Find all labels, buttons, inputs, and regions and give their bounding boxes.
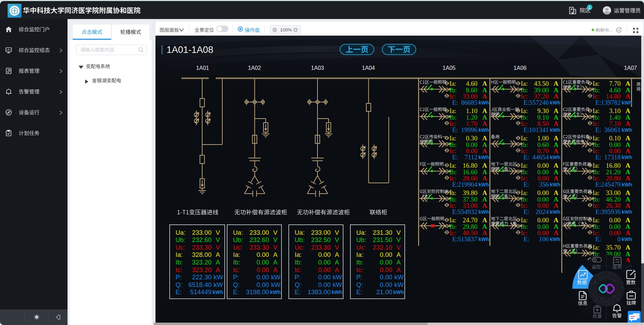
svg-text:E:: E: bbox=[524, 126, 529, 133]
svg-text:233.00: 233.00 bbox=[249, 229, 269, 236]
svg-text:V: V bbox=[216, 244, 220, 251]
svg-text:Ub:: Ub: bbox=[233, 236, 243, 243]
svg-text:kWh: kWh bbox=[393, 289, 404, 295]
svg-text:kWh: kWh bbox=[550, 127, 561, 133]
svg-text:P:: P: bbox=[356, 273, 362, 281]
svg-text:V: V bbox=[273, 236, 278, 243]
svg-text:kWh: kWh bbox=[622, 127, 633, 133]
svg-text:V: V bbox=[396, 229, 401, 236]
svg-text:Ua:: Ua: bbox=[233, 229, 243, 236]
svg-text:514449: 514449 bbox=[190, 288, 212, 296]
svg-text:E:: E: bbox=[452, 208, 458, 215]
svg-text:0.00: 0.00 bbox=[380, 259, 392, 266]
svg-text:222.30: 222.30 bbox=[192, 273, 212, 281]
svg-text:7112: 7112 bbox=[465, 154, 477, 161]
svg-text:A: A bbox=[273, 266, 278, 273]
svg-text:kWh: kWh bbox=[622, 209, 633, 215]
svg-text:0: 0 bbox=[617, 235, 621, 243]
svg-text:Uc:: Uc: bbox=[295, 244, 304, 251]
svg-text:Q:: Q: bbox=[176, 281, 182, 288]
svg-text:Ic:: Ic: bbox=[356, 266, 363, 273]
svg-text:V: V bbox=[335, 236, 339, 243]
svg-text:E:: E: bbox=[596, 208, 601, 215]
svg-text:1A04: 1A04 bbox=[362, 65, 375, 71]
svg-text:V: V bbox=[273, 244, 278, 251]
svg-text:V: V bbox=[396, 244, 401, 251]
svg-text:0.00: 0.00 bbox=[318, 259, 331, 266]
svg-text:kWh: kWh bbox=[332, 289, 342, 295]
svg-text:kW: kW bbox=[394, 281, 404, 288]
svg-text:Ib:: Ib: bbox=[176, 259, 183, 266]
svg-text:0.00: 0.00 bbox=[257, 251, 269, 258]
svg-text:395936: 395936 bbox=[601, 208, 621, 215]
svg-text:V: V bbox=[335, 244, 339, 251]
svg-text:1383.00: 1383.00 bbox=[307, 288, 331, 296]
svg-text:A: A bbox=[396, 259, 401, 266]
svg-text:A: A bbox=[216, 266, 220, 273]
svg-text:kWh: kWh bbox=[478, 236, 489, 242]
svg-text:A: A bbox=[626, 147, 630, 155]
svg-text:233.30: 233.30 bbox=[311, 244, 331, 251]
svg-text:Q:: Q: bbox=[233, 281, 240, 288]
svg-text:1A02: 1A02 bbox=[248, 65, 261, 71]
svg-text:0.00: 0.00 bbox=[318, 273, 331, 281]
svg-text:Q:: Q: bbox=[356, 281, 363, 288]
svg-text:A: A bbox=[554, 229, 558, 236]
svg-text:2024: 2024 bbox=[536, 208, 549, 215]
svg-text:0.00: 0.00 bbox=[380, 251, 392, 258]
svg-text:E:: E: bbox=[596, 99, 601, 106]
svg-text:kW: kW bbox=[214, 273, 223, 281]
svg-text:356: 356 bbox=[539, 181, 549, 188]
svg-text:A: A bbox=[482, 147, 487, 155]
svg-text:323.20: 323.20 bbox=[192, 259, 212, 266]
svg-text:A: A bbox=[273, 251, 278, 258]
svg-text:17318: 17318 bbox=[604, 154, 621, 161]
svg-text:Ic:: Ic: bbox=[233, 266, 240, 273]
svg-text:36061: 36061 bbox=[604, 126, 621, 133]
svg-text:kWh: kWh bbox=[478, 155, 489, 160]
svg-text:A: A bbox=[554, 175, 558, 182]
svg-text:E:: E: bbox=[452, 154, 458, 161]
svg-text:A: A bbox=[554, 93, 558, 100]
svg-text:A: A bbox=[396, 251, 401, 258]
svg-text:A: A bbox=[554, 202, 558, 209]
svg-text:3198.00: 3198.00 bbox=[246, 288, 269, 296]
svg-text:21.00: 21.00 bbox=[376, 288, 392, 296]
svg-text:Ia:: Ia: bbox=[295, 251, 302, 258]
svg-text:231.30: 231.30 bbox=[373, 229, 392, 236]
svg-text:V: V bbox=[216, 236, 220, 243]
svg-text:A: A bbox=[216, 259, 220, 266]
svg-text:0.00: 0.00 bbox=[380, 266, 392, 273]
svg-text:E:: E: bbox=[176, 288, 181, 296]
svg-text:V: V bbox=[273, 229, 278, 236]
svg-text:kWh: kWh bbox=[550, 236, 561, 242]
svg-text:233.30: 233.30 bbox=[249, 244, 269, 251]
svg-text:A: A bbox=[482, 202, 487, 209]
svg-text:1A03: 1A03 bbox=[311, 65, 324, 71]
svg-text:0.00: 0.00 bbox=[318, 266, 331, 273]
svg-text:233.30: 233.30 bbox=[192, 244, 212, 251]
svg-text:E:: E: bbox=[524, 181, 529, 188]
svg-text:kW: kW bbox=[271, 281, 280, 288]
svg-text:E:: E: bbox=[524, 208, 529, 215]
svg-text:kWh: kWh bbox=[478, 182, 489, 187]
svg-text:245479: 245479 bbox=[601, 181, 621, 188]
svg-text:139782: 139782 bbox=[601, 99, 621, 106]
svg-text:0.00: 0.00 bbox=[257, 273, 269, 281]
svg-text:P:: P: bbox=[176, 273, 181, 281]
svg-text:Uc:: Uc: bbox=[356, 244, 366, 251]
svg-text:1A06: 1A06 bbox=[513, 65, 526, 71]
svg-text:kWh: kWh bbox=[550, 209, 561, 215]
svg-text:1A07: 1A07 bbox=[624, 65, 637, 71]
svg-text:Ub:: Ub: bbox=[176, 236, 186, 243]
svg-text:232.10: 232.10 bbox=[373, 244, 392, 251]
svg-text:0.00: 0.00 bbox=[380, 273, 392, 281]
svg-text:E:: E: bbox=[596, 126, 601, 133]
svg-text:A: A bbox=[482, 93, 487, 100]
svg-text:kWh: kWh bbox=[478, 127, 489, 133]
svg-text:A: A bbox=[626, 175, 630, 182]
svg-text:kWh: kWh bbox=[550, 182, 561, 187]
svg-text:kWh: kWh bbox=[478, 209, 489, 215]
svg-text:E:: E: bbox=[452, 181, 458, 188]
svg-text:515837: 515837 bbox=[458, 235, 477, 243]
